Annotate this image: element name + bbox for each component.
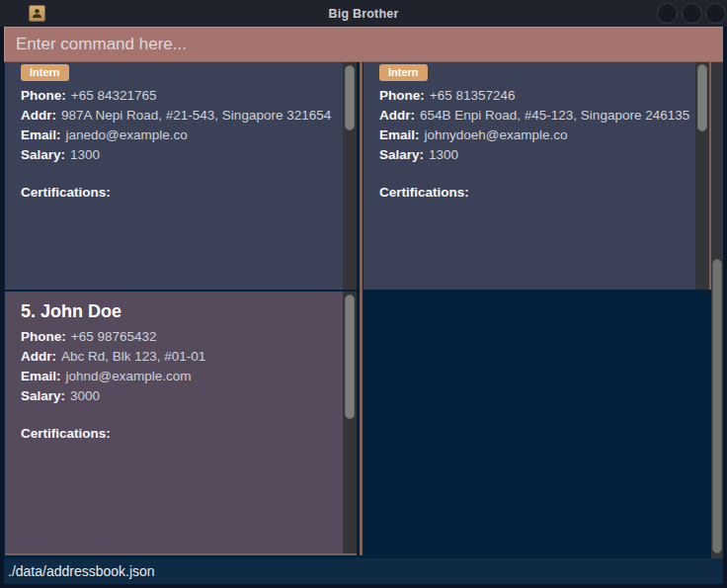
person-card-body: Intern Phone: +65 84321765 Addr: 987A Ne…: [5, 62, 343, 290]
card-scrollbar-thumb[interactable]: [345, 65, 355, 130]
window-button-minimize[interactable]: [657, 3, 678, 24]
email-field: Email: johnydoeh@example.co: [379, 126, 691, 145]
certifications-field: Certifications:: [21, 424, 339, 444]
email-field: Email: janedo@example.co: [21, 126, 339, 145]
window-button-close[interactable]: [705, 3, 726, 24]
card-scrollbar-thumb[interactable]: [345, 294, 355, 419]
salary-field: Salary: 3000: [21, 386, 339, 406]
phone-field: Phone: +65 81357246: [379, 86, 691, 106]
person-card[interactable]: Intern Phone: +65 81357246 Addr: 654B En…: [364, 62, 709, 290]
address-field: Addr: 654B Enpi Road, #45-123, Singapore…: [379, 106, 691, 126]
window-button-maximize[interactable]: [682, 3, 702, 24]
card-scrollbar-track[interactable]: [343, 62, 357, 290]
tag-badge: Intern: [379, 64, 428, 81]
person-card-body: Intern Phone: +65 81357246 Addr: 654B En…: [364, 62, 695, 290]
person-card-body: 5. John Doe Phone: +65 98765432 Addr: Ab…: [5, 292, 343, 553]
window-title: Big Brother: [0, 7, 727, 21]
phone-field: Phone: +65 98765432: [21, 327, 339, 347]
certifications-field: Certifications:: [21, 183, 339, 203]
salary-field: Salary: 1300: [379, 145, 691, 165]
person-card[interactable]: Intern Phone: +65 84321765 Addr: 987A Ne…: [5, 62, 357, 290]
panel-divider: [360, 62, 363, 555]
address-field: Addr: Abc Rd, Blk 123, #01-01: [21, 347, 339, 367]
tag-badge: Intern: [21, 64, 69, 81]
salary-field: Salary: 1300: [21, 145, 339, 165]
person-list-area: Intern Phone: +65 84321765 Addr: 987A Ne…: [4, 62, 723, 558]
card-scrollbar-track[interactable]: [695, 62, 709, 290]
command-input[interactable]: [4, 27, 723, 61]
list-scrollbar-thumb[interactable]: [712, 259, 722, 553]
phone-field: Phone: +65 84321765: [21, 86, 339, 106]
card-scrollbar-track[interactable]: [343, 292, 357, 553]
list-scrollbar-track[interactable]: [711, 62, 723, 558]
card-scrollbar-thumb[interactable]: [697, 64, 707, 131]
person-name: 5. John Doe: [21, 299, 339, 323]
status-bar: ./data/addressbook.json: [4, 558, 723, 584]
data-file-path: ./data/addressbook.json: [4, 563, 155, 579]
title-bar: Big Brother: [0, 0, 727, 27]
address-field: Addr: 987A Nepi Road, #21-543, Singapore…: [21, 106, 339, 126]
email-field: Email: johnd@example.com: [21, 367, 339, 386]
certifications-field: Certifications:: [379, 183, 691, 203]
person-card-selected[interactable]: 5. John Doe Phone: +65 98765432 Addr: Ab…: [5, 292, 357, 555]
command-box: [4, 27, 723, 62]
